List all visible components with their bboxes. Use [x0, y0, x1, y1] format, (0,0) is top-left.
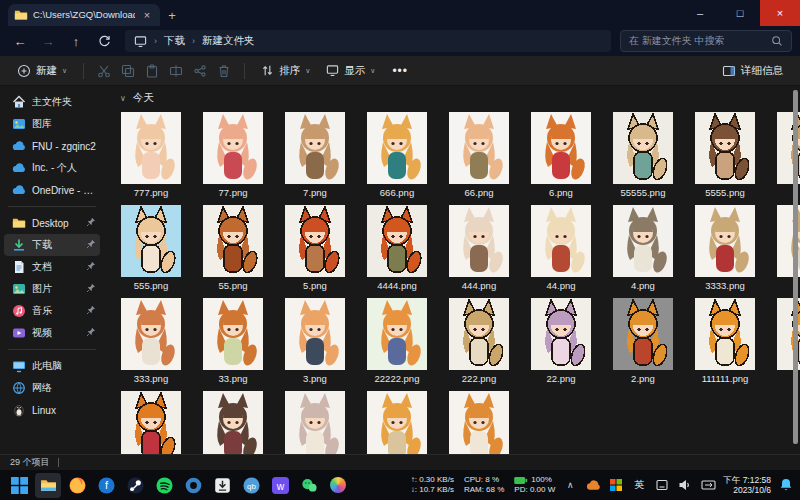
file-item-77.png[interactable]: 77.png: [200, 112, 266, 198]
delete-button[interactable]: [213, 60, 235, 82]
taskbar-app-firefox[interactable]: [64, 473, 90, 498]
explorer-tab[interactable]: C:\Users\ZGQ\Downloads\新建... ×: [8, 4, 160, 26]
ime-language-indicator[interactable]: 英: [631, 477, 647, 493]
taskbar-app-file-explorer[interactable]: [35, 473, 61, 498]
file-item-3333.png[interactable]: 3333.png: [692, 205, 758, 291]
colorful-app-icon[interactable]: [608, 477, 624, 493]
new-tab-button[interactable]: +: [160, 4, 184, 26]
file-item[interactable]: [364, 391, 430, 454]
sidebar-item-文档[interactable]: 文档: [4, 256, 100, 278]
file-item-55555.png[interactable]: 55555.png: [610, 112, 676, 198]
cloud-icon: [12, 139, 26, 153]
taskbar-app-downloader-app[interactable]: [209, 473, 235, 498]
file-item-777.png[interactable]: 777.png: [118, 112, 184, 198]
file-item[interactable]: [446, 391, 512, 454]
breadcrumb-item-newfolder[interactable]: 新建文件夹: [202, 34, 255, 48]
performance-monitor[interactable]: ↑: 0.30 KB/s ↓: 10.7 KB/s CPU: 8 % RAM: …: [411, 475, 556, 495]
sidebar-item-Inc. - 个人[interactable]: Inc. - 个人: [4, 157, 100, 179]
hidden-icons-chevron[interactable]: ∧: [562, 477, 578, 493]
file-thumbnail: [200, 298, 266, 370]
cut-button[interactable]: [93, 60, 115, 82]
tab-close-icon[interactable]: ×: [140, 9, 154, 21]
taskbar-app-steam[interactable]: [122, 473, 148, 498]
paste-button[interactable]: [141, 60, 163, 82]
taskbar-app-loop-app[interactable]: [180, 473, 206, 498]
file-item-22.png[interactable]: 22.png: [528, 298, 594, 384]
file-item-5555.png[interactable]: 5555.png: [692, 112, 758, 198]
sidebar-item-图片[interactable]: 图片: [4, 278, 100, 300]
file-item[interactable]: [118, 391, 184, 454]
refresh-button[interactable]: [92, 29, 116, 53]
file-item-55.png[interactable]: 55.png: [200, 205, 266, 291]
file-item-555.png[interactable]: 555.png: [118, 205, 184, 291]
file-item-66.png[interactable]: 66.png: [446, 112, 512, 198]
file-item-4.png[interactable]: 4.png: [610, 205, 676, 291]
more-options-button[interactable]: •••: [384, 64, 416, 78]
file-item[interactable]: [200, 391, 266, 454]
file-item-44.png[interactable]: 44.png: [528, 205, 594, 291]
file-item-444.png[interactable]: 444.png: [446, 205, 512, 291]
notification-bell-icon[interactable]: [778, 477, 794, 493]
sidebar-item-网络[interactable]: 网络: [4, 377, 100, 399]
file-item-111111.png[interactable]: 111111.png: [692, 298, 758, 384]
sort-button[interactable]: 排序∨: [254, 60, 317, 82]
sidebar-item-FNU - zgqinc2[interactable]: FNU - zgqinc2: [4, 135, 100, 157]
sidebar-item-此电脑[interactable]: 此电脑: [4, 355, 100, 377]
share-button[interactable]: [189, 60, 211, 82]
sidebar-item-Linux[interactable]: Linux: [4, 399, 100, 421]
file-name: 44.png: [528, 280, 594, 291]
file-thumbnail: [446, 391, 512, 454]
touch-keyboard-icon[interactable]: [654, 477, 670, 493]
rename-button[interactable]: [165, 60, 187, 82]
taskbar-app-spotify[interactable]: [151, 473, 177, 498]
copy-button[interactable]: [117, 60, 139, 82]
minimize-button[interactable]: –: [680, 0, 720, 26]
sidebar-item-视频[interactable]: 视频: [4, 322, 100, 344]
volume-icon[interactable]: [677, 477, 693, 493]
sidebar-item-主文件夹[interactable]: 主文件夹: [4, 91, 100, 113]
sidebar-item-音乐[interactable]: 音乐: [4, 300, 100, 322]
collapse-chevron-icon[interactable]: ∨: [120, 94, 126, 103]
sidebar-item-OneDrive - zgqinc[interactable]: OneDrive - zgqinc: [4, 179, 100, 201]
file-item-2.png[interactable]: 2.png: [610, 298, 676, 384]
close-button[interactable]: ×: [760, 0, 800, 26]
file-item[interactable]: [282, 391, 348, 454]
group-header-today[interactable]: ∨ 今天: [120, 91, 800, 105]
file-item-333.png[interactable]: 333.png: [118, 298, 184, 384]
file-item-22222.png[interactable]: 22222.png: [364, 298, 430, 384]
sidebar-item-Desktop[interactable]: Desktop: [4, 212, 100, 234]
file-item-3.png[interactable]: 3.png: [282, 298, 348, 384]
taskbar-app-blue-f-app[interactable]: f: [93, 473, 119, 498]
view-button[interactable]: 显示∨: [319, 60, 382, 82]
taskbar-app-wechat[interactable]: [296, 473, 322, 498]
vertical-scrollbar[interactable]: [793, 90, 798, 444]
file-item-6.png[interactable]: 6.png: [528, 112, 594, 198]
cast-icon[interactable]: [700, 477, 716, 493]
file-item-666.png[interactable]: 666.png: [364, 112, 430, 198]
breadcrumb[interactable]: › 下载 › 新建文件夹: [125, 30, 611, 52]
file-item-5.png[interactable]: 5.png: [282, 205, 348, 291]
breadcrumb-item-downloads[interactable]: 下载: [164, 34, 185, 48]
new-button[interactable]: 新建∨: [10, 60, 74, 82]
file-thumbnail: [282, 298, 348, 370]
file-item-222.png[interactable]: 222.png: [446, 298, 512, 384]
group-label: 今天: [133, 91, 154, 105]
pin-icon: [86, 283, 96, 295]
search-input[interactable]: 在 新建文件夹 中搜索: [620, 30, 792, 52]
file-item-33.png[interactable]: 33.png: [200, 298, 266, 384]
file-item-7.png[interactable]: 7.png: [282, 112, 348, 198]
file-item-4444.png[interactable]: 4444.png: [364, 205, 430, 291]
sidebar-item-图库[interactable]: 图库: [4, 113, 100, 135]
taskbar-app-wemod[interactable]: w: [267, 473, 293, 498]
up-button[interactable]: ↑: [64, 29, 88, 53]
back-button[interactable]: ←: [8, 29, 32, 53]
forward-button[interactable]: →: [36, 29, 60, 53]
sidebar-item-下载[interactable]: 下载: [4, 234, 100, 256]
details-pane-toggle[interactable]: 详细信息: [715, 60, 790, 82]
maximize-button[interactable]: □: [720, 0, 760, 26]
taskbar-app-paint-app[interactable]: [325, 473, 351, 498]
taskbar-clock[interactable]: 下午 7:12:58 2023/10/6: [723, 475, 771, 496]
taskbar-app-start-button[interactable]: [6, 473, 32, 498]
cloud-app-icon[interactable]: [585, 477, 601, 493]
taskbar-app-qbittorrent[interactable]: qb: [238, 473, 264, 498]
